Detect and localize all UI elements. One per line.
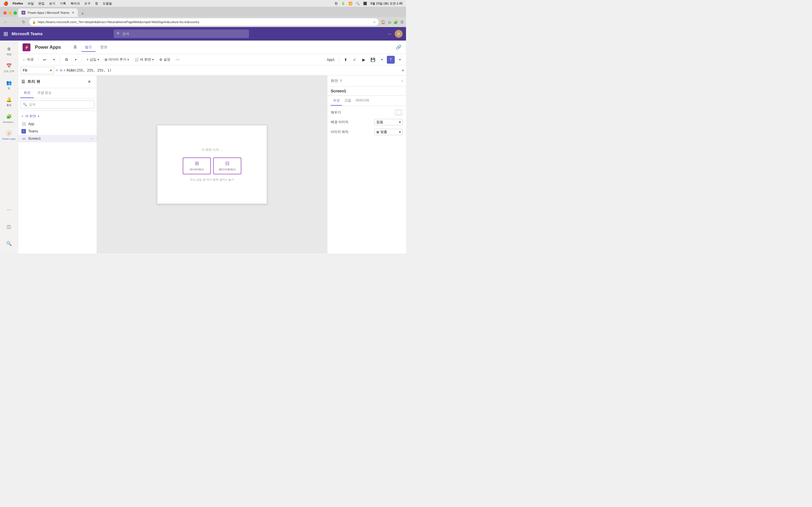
props-fill-row: 채우기 bbox=[331, 109, 403, 115]
props-tab-attributes[interactable]: 속성 bbox=[331, 96, 342, 106]
sidebar-item-work[interactable]: 📅 고대 근무 bbox=[1, 60, 17, 75]
screen-icon: ▭ bbox=[21, 136, 26, 141]
expand-button[interactable]: ▾ bbox=[396, 56, 404, 64]
canvas-card-layout[interactable]: ⊟ 레이아웃에서 bbox=[213, 158, 241, 174]
sidebar-item-search[interactable]: 🔍 bbox=[1, 235, 17, 251]
toolbar-right: App1 ⬆ ✓ ▶ 💾 ▾ T ▾ bbox=[324, 56, 404, 64]
toolbar-dropdown-button[interactable]: ▾ bbox=[378, 56, 386, 64]
tree-item-teams[interactable]: T Teams bbox=[18, 128, 97, 135]
menu-view[interactable]: 보기 bbox=[49, 1, 55, 6]
wifi-icon: 📶 bbox=[349, 2, 352, 5]
menu-bookmarks[interactable]: 북마크 bbox=[70, 1, 80, 6]
teams-more-button[interactable]: ⋯ bbox=[388, 32, 391, 36]
hamburger-menu-button[interactable]: ☰ bbox=[400, 20, 404, 24]
teams-search-bar[interactable]: 🔍 bbox=[114, 30, 249, 38]
bookmark-icon[interactable]: ☆ bbox=[373, 20, 376, 24]
new-screen-tree-button[interactable]: + 새 화면 ▾ bbox=[18, 112, 97, 120]
copy-dropdown-button[interactable]: ▾ bbox=[71, 56, 80, 64]
minimize-window-button[interactable] bbox=[8, 11, 12, 15]
save-button[interactable]: 💾 bbox=[369, 56, 377, 64]
teams-header-right: ⋯ U bbox=[388, 30, 403, 38]
forward-button[interactable]: → bbox=[11, 18, 18, 25]
props-fill-color-picker[interactable] bbox=[395, 109, 403, 115]
insert-button[interactable]: + 삽입 ▾ bbox=[84, 56, 101, 64]
external-link-icon[interactable]: 🔗 bbox=[396, 45, 402, 50]
refresh-button[interactable]: ↻ bbox=[20, 18, 27, 25]
nav-build[interactable]: 빌드 bbox=[82, 43, 96, 52]
security-icon: 🔒 bbox=[32, 20, 36, 24]
user-avatar[interactable]: U bbox=[395, 30, 403, 38]
undo-button[interactable]: ↩ bbox=[41, 56, 49, 64]
menu-help[interactable]: 도움말 bbox=[103, 1, 112, 6]
sidebar-item-layers[interactable]: ◫ bbox=[1, 219, 17, 234]
props-help-icon[interactable]: ? bbox=[340, 79, 342, 83]
new-screen-button[interactable]: ⬜ 새 화면 ▾ bbox=[132, 56, 156, 64]
back-button[interactable]: ← bbox=[2, 18, 9, 25]
fx-button[interactable]: fx ▾ bbox=[60, 68, 65, 72]
hamburger-icon[interactable]: ☰ bbox=[21, 79, 25, 84]
sidebar-item-powerapps[interactable]: ⚡ Power Apps bbox=[1, 127, 17, 143]
sidebar-item-teams-label: 팀 bbox=[8, 87, 10, 90]
extensions-icon[interactable]: 🧩 bbox=[394, 20, 398, 24]
pocket-icon[interactable]: 🗂 bbox=[388, 20, 391, 24]
props-expand-chevron-icon[interactable]: › bbox=[402, 79, 403, 83]
props-content: 채우기 배경 이미지 없음 ▾ bbox=[327, 106, 406, 138]
sidebar-item-more[interactable]: ⋯ bbox=[1, 202, 17, 217]
menu-history[interactable]: 기록 bbox=[60, 1, 66, 6]
sidebar-item-developer[interactable]: 🧩 Developer... bbox=[1, 110, 17, 126]
sidebar-item-activity[interactable]: 🔔 활동 bbox=[1, 94, 17, 109]
search-input[interactable] bbox=[122, 32, 246, 36]
sidebar-item-teams[interactable]: 👥 팀 bbox=[1, 76, 17, 93]
property-dropdown[interactable]: Fill ▾ bbox=[20, 67, 54, 74]
tab-close-button[interactable]: ✕ bbox=[71, 11, 74, 15]
menu-file[interactable]: 파일 bbox=[28, 1, 34, 6]
undo-dropdown-button[interactable]: ▾ bbox=[50, 56, 58, 64]
add-data-button[interactable]: ⊞ 데이터 추가 ▾ bbox=[102, 56, 131, 64]
toolbar-more-button[interactable]: ⋯ bbox=[174, 56, 182, 64]
formula-bar: Fill ▾ = fx ▾ ▾ bbox=[18, 65, 406, 75]
tree-search-box[interactable]: 🔍 검색 bbox=[20, 101, 94, 108]
new-screen-chevron-icon: ▾ bbox=[152, 58, 154, 61]
activity-icon: 🔔 bbox=[6, 96, 12, 103]
tree-tab-components[interactable]: 구성 요소 bbox=[34, 88, 55, 98]
search-icon: 🔍 bbox=[356, 2, 360, 5]
url-bar[interactable]: 🔒 https://teams.microsoft.com/_?lm=deepl… bbox=[29, 18, 378, 25]
formula-input[interactable] bbox=[67, 67, 400, 74]
props-tab-advanced[interactable]: 고급 bbox=[342, 96, 353, 106]
tree-view-title: ☰ 트리 뷰 bbox=[21, 79, 40, 84]
powerapps-title: Power Apps bbox=[35, 45, 61, 50]
insert-chevron-icon: ▾ bbox=[98, 58, 99, 61]
tree-item-app[interactable]: ⬜ App bbox=[18, 120, 97, 128]
props-tab-ideas[interactable]: 아이디어 bbox=[353, 96, 371, 106]
tree-view-title-text: 트리 뷰 bbox=[28, 79, 40, 84]
share-button[interactable]: ⬆ bbox=[342, 56, 350, 64]
copy-button[interactable]: ⧉ bbox=[63, 56, 70, 64]
tree-tab-screen[interactable]: 화면 bbox=[20, 88, 34, 98]
menu-firefox[interactable]: Firefox bbox=[13, 2, 23, 5]
canvas-drop-hint: 또는 삽입 창 에서 항목 끌어서 놓기 bbox=[190, 178, 234, 182]
active-tab[interactable]: ⚡ Power Apps | Microsoft Teams ✕ bbox=[18, 8, 78, 17]
menu-tools[interactable]: 도구 bbox=[84, 1, 91, 6]
check-button[interactable]: ✓ bbox=[351, 56, 359, 64]
play-button[interactable]: ▶ bbox=[360, 56, 368, 64]
back-app-button[interactable]: ← 뒤로 bbox=[20, 56, 36, 64]
settings-button[interactable]: ⚙ 설정 bbox=[157, 56, 172, 64]
firefox-account-icon[interactable]: 🏠 bbox=[381, 20, 386, 24]
canvas-card-data[interactable]: ⊞ 데이터에서 bbox=[183, 158, 211, 174]
props-bg-image-select[interactable]: 없음 ▾ bbox=[374, 119, 403, 125]
new-tab-button[interactable]: + bbox=[79, 11, 87, 17]
nav-info[interactable]: 정보 bbox=[97, 43, 111, 52]
sidebar-item-work-label: 고대 근무 bbox=[3, 70, 14, 73]
menu-edit[interactable]: 편집 bbox=[38, 1, 45, 6]
sidebar-item-create[interactable]: ⊕ 채팅 bbox=[1, 43, 17, 59]
tree-item-screen1[interactable]: ▭ Screen1 ⋯ bbox=[18, 135, 97, 142]
close-window-button[interactable] bbox=[3, 11, 7, 15]
tree-close-button[interactable]: ✕ bbox=[86, 78, 93, 86]
formula-expand-chevron-icon[interactable]: ▾ bbox=[402, 68, 404, 72]
menu-window[interactable]: 창 bbox=[95, 1, 98, 6]
maximize-window-button[interactable] bbox=[13, 11, 17, 15]
props-image-pos-select[interactable]: ⊞ 맞춤 ▾ bbox=[374, 129, 403, 135]
screen-item-more-button[interactable]: ⋯ bbox=[90, 136, 93, 140]
data-grid-icon: ⊞ bbox=[105, 58, 107, 62]
nav-home[interactable]: 홈 bbox=[70, 43, 80, 52]
